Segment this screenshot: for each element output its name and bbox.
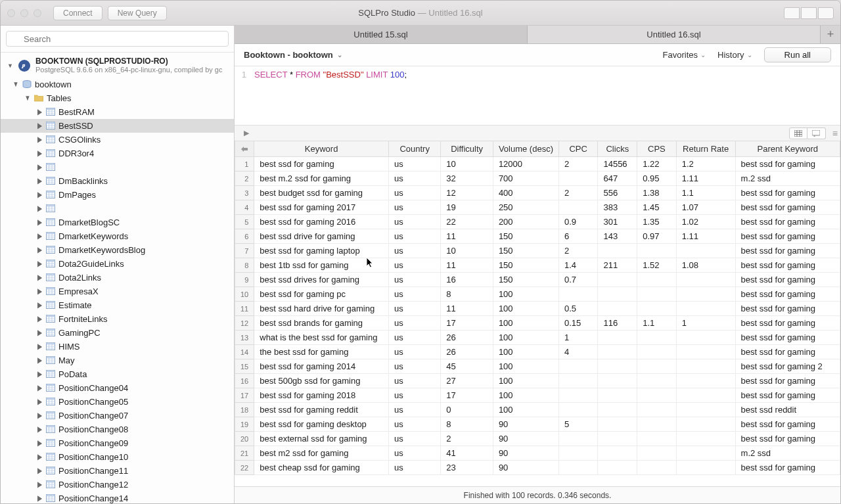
disclosure-icon[interactable]: ▶ bbox=[36, 439, 43, 447]
cell[interactable]: best ssd for gaming bbox=[735, 345, 840, 359]
cell[interactable]: 100 bbox=[493, 287, 558, 302]
cell[interactable]: best ssd for gaming bbox=[735, 186, 840, 200]
cell[interactable]: 1.22 bbox=[637, 157, 676, 172]
cell[interactable] bbox=[676, 374, 735, 388]
cell[interactable]: 100 bbox=[493, 388, 558, 403]
cell[interactable]: us bbox=[388, 374, 440, 388]
tree-table-item[interactable]: ▶DmarketKeywords bbox=[1, 229, 234, 243]
tree-table-item[interactable]: ▶Dota2Links bbox=[1, 271, 234, 285]
cell[interactable]: 1.2 bbox=[676, 157, 735, 172]
cell[interactable]: 2 bbox=[441, 432, 493, 446]
tree-table-item[interactable]: ▶DmarketKeywordsBlog bbox=[1, 243, 234, 257]
cell[interactable]: what is the best ssd for gaming bbox=[254, 331, 389, 345]
history-menu[interactable]: History⌄ bbox=[717, 50, 752, 60]
cell[interactable] bbox=[598, 403, 637, 417]
cell[interactable]: 200 bbox=[493, 215, 558, 229]
cell[interactable]: best ssd for gaming bbox=[735, 461, 840, 475]
table-row[interactable]: 18best ssd for gaming redditus0100best s… bbox=[235, 403, 840, 417]
cell[interactable]: 90 bbox=[493, 432, 558, 446]
cell[interactable]: 1.52 bbox=[637, 258, 676, 273]
cell[interactable]: 211 bbox=[598, 258, 637, 273]
cell[interactable]: us bbox=[388, 186, 440, 200]
cell[interactable]: best ssd for gaming desktop bbox=[254, 417, 389, 432]
tree-table-item[interactable]: ▶DmPages bbox=[1, 188, 234, 202]
tree-table-item[interactable]: ▶PositionChange04 bbox=[1, 381, 234, 395]
cell[interactable]: 100 bbox=[493, 374, 558, 388]
cell[interactable]: 26 bbox=[441, 331, 493, 345]
search-input[interactable] bbox=[6, 31, 229, 47]
cell[interactable]: 17 bbox=[441, 388, 493, 403]
cell[interactable]: best ssd hard drive for gaming bbox=[254, 302, 389, 316]
cell[interactable]: 556 bbox=[598, 186, 637, 200]
disclosure-icon[interactable]: ▶ bbox=[36, 329, 43, 337]
tree-table-item[interactable]: ▶PositionChange11 bbox=[1, 464, 234, 478]
disclosure-icon[interactable]: ▶ bbox=[36, 301, 43, 309]
cell[interactable]: 1.35 bbox=[637, 215, 676, 229]
tree-table-item[interactable]: ▶PositionChange09 bbox=[1, 436, 234, 450]
cell[interactable] bbox=[558, 172, 597, 186]
cell[interactable]: 0.7 bbox=[558, 273, 597, 287]
disclosure-icon[interactable]: ▶ bbox=[36, 122, 43, 130]
disclosure-icon[interactable]: ▶ bbox=[36, 356, 43, 365]
table-row[interactable]: 5best ssd for gaming 2016us222000.93011.… bbox=[235, 215, 840, 229]
cell[interactable]: 41 bbox=[441, 446, 493, 461]
cell[interactable]: best ssd for gaming bbox=[254, 157, 389, 172]
table-row[interactable]: 1best ssd for gamingus10120002145561.221… bbox=[235, 157, 840, 172]
cell[interactable]: us bbox=[388, 461, 440, 475]
cell[interactable] bbox=[637, 359, 676, 374]
cell[interactable]: 22 bbox=[441, 215, 493, 229]
cell[interactable]: 0 bbox=[441, 403, 493, 417]
cell[interactable]: 27 bbox=[441, 374, 493, 388]
table-row[interactable]: 3best budget ssd for gamingus1240025561.… bbox=[235, 186, 840, 200]
tree-table-item[interactable]: ▶DDR3or4 bbox=[1, 147, 234, 160]
cell[interactable] bbox=[637, 446, 676, 461]
table-row[interactable]: 2best m.2 ssd for gamingus327006470.951.… bbox=[235, 172, 840, 186]
column-header[interactable]: CPS bbox=[637, 141, 676, 157]
cell[interactable]: 150 bbox=[493, 258, 558, 273]
play-icon[interactable]: ▶ bbox=[239, 127, 254, 139]
disclosure-icon[interactable]: ▶ bbox=[36, 494, 43, 503]
cell[interactable]: 90 bbox=[493, 446, 558, 461]
cell[interactable]: best ssd for gaming 2 bbox=[735, 359, 840, 374]
cell[interactable] bbox=[598, 446, 637, 461]
table-row[interactable]: 12best ssd brands for gamingus171000.151… bbox=[235, 316, 840, 331]
table-row[interactable]: 20best external ssd for gamingus290best … bbox=[235, 432, 840, 446]
cell[interactable] bbox=[558, 446, 597, 461]
disclosure-icon[interactable]: ▼ bbox=[12, 80, 19, 89]
cell[interactable]: best ssd for gaming reddit bbox=[254, 403, 389, 417]
column-header[interactable]: CPC bbox=[558, 141, 597, 157]
disclosure-icon[interactable]: ▶ bbox=[36, 232, 43, 241]
cell[interactable]: 11 bbox=[441, 258, 493, 273]
cell[interactable]: us bbox=[388, 388, 440, 403]
tree-table-item[interactable]: ▶GamingPC bbox=[1, 326, 234, 340]
cell[interactable] bbox=[637, 432, 676, 446]
cell[interactable]: best ssd for gaming bbox=[735, 432, 840, 446]
cell[interactable]: best ssd for gaming bbox=[735, 302, 840, 316]
cell[interactable]: 23 bbox=[441, 461, 493, 475]
connect-button[interactable]: Connect bbox=[53, 6, 102, 20]
tree-table-item[interactable]: ▶PositionChange08 bbox=[1, 423, 234, 436]
layout-left-button[interactable] bbox=[784, 7, 800, 19]
cell[interactable]: 1.08 bbox=[676, 258, 735, 273]
disclosure-icon[interactable]: ▶ bbox=[36, 108, 43, 116]
connection-selector[interactable]: Booktown - booktown ⌄ bbox=[244, 50, 342, 60]
cell[interactable]: best 500gb ssd for gaming bbox=[254, 374, 389, 388]
cell[interactable] bbox=[558, 374, 597, 388]
cell[interactable] bbox=[558, 403, 597, 417]
disclosure-icon[interactable]: ▼ bbox=[7, 62, 13, 69]
cell[interactable]: 12000 bbox=[493, 157, 558, 172]
cell[interactable]: best ssd for gaming bbox=[735, 374, 840, 388]
minimize-dot[interactable] bbox=[20, 9, 28, 17]
cell[interactable]: best ssd for gaming bbox=[735, 273, 840, 287]
table-row[interactable]: 10best ssd for gaming pcus8100best ssd f… bbox=[235, 287, 840, 302]
table-row[interactable]: 8best 1tb ssd for gamingus111501.42111.5… bbox=[235, 258, 840, 273]
cell[interactable] bbox=[558, 432, 597, 446]
disclosure-icon[interactable]: ▶ bbox=[36, 218, 43, 227]
cell[interactable]: 1.11 bbox=[676, 229, 735, 244]
cell[interactable]: best ssd for gaming 2016 bbox=[254, 215, 389, 229]
new-query-button[interactable]: New Query bbox=[108, 6, 167, 20]
cell[interactable] bbox=[558, 200, 597, 215]
column-header[interactable]: Country bbox=[388, 141, 440, 157]
cell[interactable]: us bbox=[388, 273, 440, 287]
cell[interactable]: 19 bbox=[441, 200, 493, 215]
